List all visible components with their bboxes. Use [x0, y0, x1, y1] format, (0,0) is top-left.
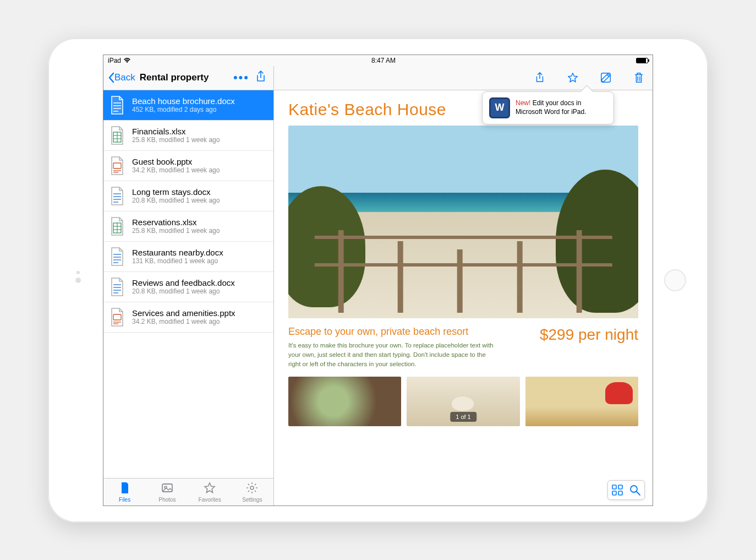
svg-rect-35: [618, 485, 622, 489]
svg-point-32: [250, 486, 254, 490]
word-app-icon: W: [489, 97, 510, 118]
docx-file-icon: [109, 246, 125, 267]
file-name: Services and amenities.pptx: [132, 308, 268, 318]
edit-popover[interactable]: W New! Edit your docs in Microsoft Word …: [482, 91, 614, 124]
clock: 8:47 AM: [371, 57, 396, 64]
file-info: Guest book.pptx 34.2 KB, modified 1 week…: [132, 157, 268, 174]
file-row[interactable]: Long term stays.docx 20.8 KB, modified 1…: [103, 181, 273, 211]
file-meta: 25.8 KB, modified 1 week ago: [132, 136, 268, 144]
sidebar: Back Rental property ••• Beach house bro…: [103, 66, 274, 505]
share-button[interactable]: [533, 70, 547, 85]
ipad-camera: [75, 278, 81, 283]
file-meta: 34.2 KB, modified 1 week ago: [132, 318, 268, 325]
file-name: Beach house brochure.docx: [132, 96, 268, 106]
file-row[interactable]: Guest book.pptx 34.2 KB, modified 1 week…: [103, 151, 273, 181]
file-row[interactable]: Financials.xlsx 25.8 KB, modified 1 week…: [103, 121, 273, 151]
file-info: Financials.xlsx 25.8 KB, modified 1 week…: [132, 127, 268, 144]
file-meta: 452 KB, modified 2 days ago: [132, 106, 268, 113]
tab-files[interactable]: Files: [103, 479, 146, 505]
file-info: Restaurants nearby.docx 131 KB, modified…: [132, 248, 268, 265]
page-indicator: 1 of 1: [450, 412, 476, 422]
tab-label: Favorites: [199, 497, 221, 503]
docx-file-icon: [109, 95, 125, 116]
favorites-icon: [203, 481, 216, 496]
search-button[interactable]: [629, 484, 641, 496]
docx-file-icon: [109, 276, 125, 297]
xlsx-file-icon: [109, 125, 125, 146]
file-name: Financials.xlsx: [132, 127, 268, 136]
file-row[interactable]: Reviews and feedback.docx 20.8 KB, modif…: [103, 272, 273, 302]
file-name: Reservations.xlsx: [132, 218, 268, 227]
tab-photos[interactable]: Photos: [146, 479, 188, 505]
document-subtitle: Escape to your own, private beach resort: [288, 326, 529, 338]
delete-button[interactable]: [632, 70, 646, 85]
preview-toolbar: W New! Edit your docs in Microsoft Word …: [274, 66, 653, 90]
file-row[interactable]: Restaurants nearby.docx 131 KB, modified…: [103, 242, 273, 272]
pptx-file-icon: [109, 307, 125, 328]
file-info: Reservations.xlsx 25.8 KB, modified 1 we…: [132, 218, 268, 235]
file-name: Reviews and feedback.docx: [132, 278, 268, 287]
file-meta: 25.8 KB, modified 1 week ago: [132, 227, 268, 235]
photos-icon: [161, 481, 174, 496]
tab-bar: FilesPhotosFavoritesSettings: [103, 478, 273, 505]
thumbnail-row: 1 of 1: [288, 377, 638, 426]
files-icon: [118, 481, 132, 496]
file-row[interactable]: Services and amenities.pptx 34.2 KB, mod…: [103, 302, 273, 333]
settings-icon: [245, 481, 259, 496]
svg-rect-37: [618, 491, 622, 495]
popover-text: New! Edit your docs in Microsoft Word fo…: [516, 99, 607, 116]
xlsx-file-icon: [109, 216, 125, 237]
file-row[interactable]: Reservations.xlsx 25.8 KB, modified 1 we…: [103, 211, 273, 242]
tab-label: Photos: [158, 497, 176, 503]
thumbnail-3: [525, 377, 638, 426]
file-row[interactable]: Beach house brochure.docx 452 KB, modifi…: [103, 90, 273, 121]
ipad-frame: iPad 8:47 AM Back Rental property •••: [48, 38, 708, 523]
device-label: iPad: [108, 57, 121, 64]
svg-rect-36: [612, 491, 616, 495]
tab-label: Settings: [242, 497, 262, 503]
back-button[interactable]: Back: [108, 72, 135, 83]
battery-icon: [636, 58, 648, 63]
thumbnail-1: [288, 377, 401, 426]
docx-file-icon: [109, 186, 125, 206]
tab-settings[interactable]: Settings: [231, 479, 273, 505]
file-meta: 20.8 KB, modified 1 week ago: [132, 197, 268, 204]
file-name: Restaurants nearby.docx: [132, 248, 268, 257]
document-price: $299 per night: [540, 326, 638, 344]
svg-point-38: [631, 486, 637, 492]
file-name: Long term stays.docx: [132, 187, 268, 197]
tab-label: Files: [119, 497, 130, 503]
file-info: Services and amenities.pptx 34.2 KB, mod…: [132, 308, 268, 325]
file-info: Long term stays.docx 20.8 KB, modified 1…: [132, 187, 268, 204]
popover-new-label: New!: [516, 99, 530, 107]
sidebar-header: Back Rental property •••: [103, 66, 273, 90]
file-meta: 34.2 KB, modified 1 week ago: [132, 166, 268, 174]
more-button[interactable]: •••: [230, 75, 253, 80]
hero-image: [288, 126, 638, 318]
file-meta: 131 KB, modified 1 week ago: [132, 257, 268, 265]
tab-favorites[interactable]: Favorites: [189, 479, 231, 505]
home-button[interactable]: [664, 269, 686, 291]
file-list[interactable]: Beach house brochure.docx 452 KB, modifi…: [103, 90, 273, 478]
pptx-file-icon: [109, 155, 125, 176]
wifi-icon: [123, 58, 131, 63]
svg-rect-34: [612, 485, 616, 489]
folder-title: Rental property: [140, 72, 230, 83]
file-info: Beach house brochure.docx 452 KB, modifi…: [132, 96, 268, 113]
thumbnail-2: 1 of 1: [407, 377, 519, 426]
favorite-button[interactable]: [566, 70, 580, 85]
file-name: Guest book.pptx: [132, 157, 268, 166]
view-controls: [607, 480, 645, 500]
file-info: Reviews and feedback.docx 20.8 KB, modif…: [132, 278, 268, 295]
edit-button[interactable]: [599, 70, 613, 85]
document-preview[interactable]: Katie's Beach House: [274, 90, 653, 505]
status-bar: iPad 8:47 AM: [103, 55, 653, 66]
file-meta: 20.8 KB, modified 1 week ago: [132, 287, 268, 295]
screen: iPad 8:47 AM Back Rental property •••: [103, 55, 653, 506]
grid-view-button[interactable]: [611, 484, 623, 496]
back-label: Back: [114, 72, 135, 83]
sidebar-share-button[interactable]: [253, 70, 269, 85]
svg-rect-27: [113, 314, 121, 320]
preview-pane: W New! Edit your docs in Microsoft Word …: [274, 66, 653, 505]
document-body: It's easy to make this brochure your own…: [288, 341, 497, 369]
